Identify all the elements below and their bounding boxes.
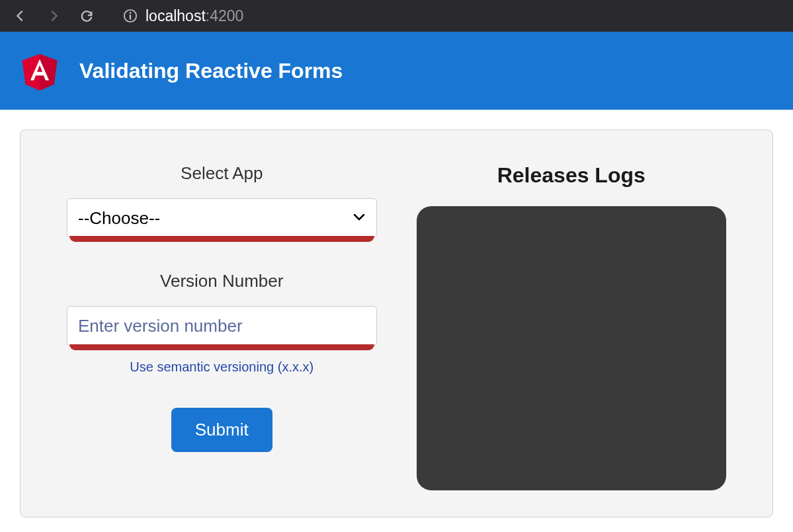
version-hint: Use semantic versioning (x.x.x) xyxy=(130,360,313,375)
version-group: Use semantic versioning (x.x.x) xyxy=(67,306,377,375)
browser-toolbar: localhost:4200 xyxy=(0,0,793,32)
app-header: Validating Reactive Forms xyxy=(0,32,793,110)
logs-panel xyxy=(417,206,727,490)
logs-title: Releases Logs xyxy=(497,163,646,188)
version-input-wrapper xyxy=(67,306,377,346)
main-card: Select App --Choose-- Version Number Use… xyxy=(20,130,773,517)
select-app-dropdown[interactable]: --Choose-- xyxy=(67,198,377,238)
angular-logo-icon xyxy=(20,50,60,92)
logs-column: Releases Logs xyxy=(417,163,727,490)
url-display: localhost:4200 xyxy=(146,7,243,25)
form-column: Select App --Choose-- Version Number Use… xyxy=(67,163,377,490)
address-bar[interactable]: localhost:4200 xyxy=(123,7,243,25)
submit-button[interactable]: Submit xyxy=(171,408,272,452)
url-port: :4200 xyxy=(206,7,244,24)
select-app-invalid-indicator xyxy=(69,236,374,242)
site-info-icon[interactable] xyxy=(123,9,138,23)
select-app-label: Select App xyxy=(181,163,263,184)
nav-controls xyxy=(13,9,94,23)
svg-point-1 xyxy=(130,12,132,14)
select-app-wrapper: --Choose-- xyxy=(67,198,377,238)
version-invalid-indicator xyxy=(69,344,374,350)
page-title: Validating Reactive Forms xyxy=(79,59,343,83)
version-number-label: Version Number xyxy=(160,271,283,291)
version-number-input[interactable] xyxy=(67,306,377,346)
url-host: localhost xyxy=(146,7,206,24)
content-area: Select App --Choose-- Version Number Use… xyxy=(0,110,793,532)
forward-button[interactable] xyxy=(46,9,61,23)
back-button[interactable] xyxy=(13,9,28,23)
reload-button[interactable] xyxy=(79,9,94,23)
svg-rect-2 xyxy=(130,15,131,19)
